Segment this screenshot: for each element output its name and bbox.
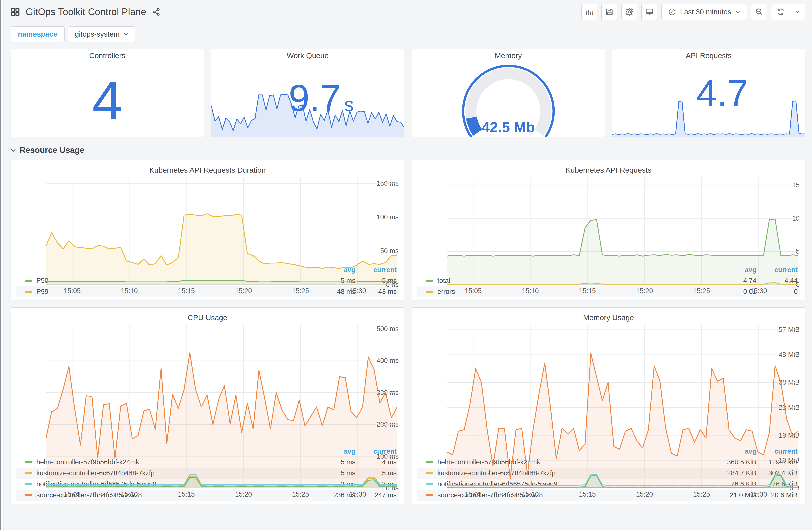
share-icon[interactable] bbox=[151, 8, 161, 16]
x-axis-tick-label: 15:15 bbox=[572, 287, 603, 295]
side-menu-edge bbox=[0, 0, 4, 530]
controllers-stat-value: 4 bbox=[92, 69, 122, 132]
legend-series-swatch bbox=[426, 291, 433, 293]
panel-controllers: Controllers 4 bbox=[11, 49, 204, 137]
x-axis-tick-label: 15:20 bbox=[629, 287, 659, 295]
chart-body: 0 B10 MiB19 MiB29 MiB38 MiB48 MiB57 MiB1… bbox=[417, 324, 800, 445]
dashboard-variables: namespace gitops-system bbox=[11, 27, 806, 42]
time-range-label: Last 30 minutes bbox=[680, 8, 731, 16]
add-panel-button[interactable] bbox=[581, 4, 597, 20]
cycle-view-mode-button[interactable] bbox=[641, 4, 657, 20]
legend-series-swatch bbox=[25, 494, 32, 496]
dashboard-toolbar: Last 30 minutes bbox=[581, 4, 806, 20]
clock-icon bbox=[668, 8, 676, 16]
x-axis-tick-label: 15:30 bbox=[744, 287, 774, 295]
x-axis-tick-label: 15:10 bbox=[114, 491, 144, 499]
panel-api-requests: API Requests 4.7 bbox=[612, 49, 806, 137]
x-axis-tick-label: 15:25 bbox=[687, 287, 717, 295]
chart-plot-area[interactable] bbox=[46, 177, 397, 285]
chevron-down-icon bbox=[736, 10, 740, 14]
x-axis-tick-label: 15:05 bbox=[458, 287, 488, 295]
panel-cpu-usage: CPU Usage 0 ns100 ms200 ms300 ms400 ms50… bbox=[11, 308, 405, 504]
x-axis-tick-label: 15:15 bbox=[171, 287, 201, 295]
legend-series-swatch bbox=[426, 461, 433, 463]
panel-title[interactable]: Memory Usage bbox=[417, 311, 800, 324]
dashboard-grid-icon[interactable] bbox=[11, 7, 20, 17]
memory-gauge-value: 42.5 Mb bbox=[448, 119, 568, 135]
row-header-resource-usage[interactable]: Resource Usage bbox=[11, 146, 806, 155]
panel-title[interactable]: Work Queue bbox=[212, 49, 405, 62]
variable-selected-value: gitops-system bbox=[75, 30, 119, 39]
panel-work-queue: Work Queue 9.7 s bbox=[211, 49, 405, 137]
panel-title[interactable]: API Requests bbox=[612, 49, 806, 62]
legend-series-swatch bbox=[25, 461, 32, 463]
refresh-dashboard-button[interactable] bbox=[771, 4, 790, 20]
zoom-out-time-button[interactable] bbox=[751, 4, 767, 20]
panel-title[interactable]: Controllers bbox=[11, 49, 204, 62]
legend-series-swatch bbox=[25, 280, 32, 282]
variable-value-namespace[interactable]: gitops-system bbox=[68, 27, 135, 42]
panel-k8s-api-requests: Kubernetes API Requests 05101515:0515:10… bbox=[411, 160, 806, 300]
x-axis-tick-label: 15:20 bbox=[228, 287, 258, 295]
legend-series-swatch bbox=[426, 483, 433, 485]
legend-series-swatch bbox=[25, 472, 32, 474]
panel-memory-usage: Memory Usage 0 B10 MiB19 MiB29 MiB38 MiB… bbox=[411, 308, 806, 504]
dashboard-page: GitOps Toolkit Control Plane bbox=[4, 0, 812, 530]
chart-body: 0 ns100 ms200 ms300 ms400 ms500 ms15:051… bbox=[16, 324, 399, 445]
panel-title[interactable]: Memory bbox=[412, 49, 605, 62]
refresh-interval-picker[interactable] bbox=[790, 4, 805, 20]
memory-gauge: 42.5 Mb bbox=[448, 64, 568, 137]
panel-k8s-api-requests-duration: Kubernetes API Requests Duration 0 ns50 … bbox=[11, 160, 405, 300]
time-range-picker[interactable]: Last 30 minutes bbox=[662, 4, 747, 20]
x-axis-tick-label: 15:05 bbox=[458, 491, 488, 499]
legend-series-swatch bbox=[25, 483, 32, 485]
work-queue-stat-value: 9.7 bbox=[289, 77, 341, 120]
x-axis-tick-label: 15:05 bbox=[57, 287, 87, 295]
chart-plot-area[interactable] bbox=[447, 324, 798, 488]
x-axis-tick-label: 15:15 bbox=[572, 491, 603, 499]
chevron-down-icon bbox=[124, 33, 128, 36]
legend-series-swatch bbox=[426, 280, 433, 282]
dashboard-title: GitOps Toolkit Control Plane bbox=[26, 7, 146, 17]
legend-series-swatch bbox=[426, 494, 433, 496]
x-axis-tick-label: 15:20 bbox=[629, 491, 659, 499]
x-axis: 15:0515:1015:1515:2015:2515:30 bbox=[46, 287, 397, 296]
x-axis-tick-label: 15:25 bbox=[286, 491, 316, 499]
x-axis: 15:0515:1015:1515:2015:2515:30 bbox=[447, 287, 798, 296]
x-axis: 15:0515:1015:1515:2015:2515:30 bbox=[46, 491, 397, 500]
panel-memory: Memory 42.5 Mb bbox=[411, 49, 605, 137]
panel-title[interactable]: CPU Usage bbox=[16, 311, 399, 324]
chevron-down-icon bbox=[11, 148, 16, 152]
legend-series-swatch bbox=[426, 472, 433, 474]
chart-plot-area[interactable] bbox=[46, 324, 397, 488]
x-axis-tick-label: 15:05 bbox=[57, 491, 87, 499]
stats-row: Controllers 4 Work Queue 9.7 s Memory 42… bbox=[11, 49, 806, 137]
work-queue-stat-unit: s bbox=[345, 94, 354, 116]
panel-title[interactable]: Kubernetes API Requests bbox=[417, 164, 800, 177]
x-axis-tick-label: 15:20 bbox=[228, 491, 258, 499]
x-axis: 15:0515:1015:1515:2015:2515:30 bbox=[447, 491, 798, 500]
x-axis-tick-label: 15:15 bbox=[171, 491, 201, 499]
save-dashboard-button[interactable] bbox=[601, 4, 618, 20]
x-axis-tick-label: 15:10 bbox=[515, 491, 545, 499]
x-axis-tick-label: 15:25 bbox=[286, 287, 316, 295]
x-axis-tick-label: 15:30 bbox=[343, 491, 373, 499]
chart-body: 0 ns50 ms100 ms150 ms15:0515:1015:1515:2… bbox=[16, 177, 399, 264]
x-axis-tick-label: 15:30 bbox=[744, 491, 774, 499]
row-header-label: Resource Usage bbox=[19, 146, 84, 155]
legend-series-swatch bbox=[25, 291, 32, 293]
x-axis-tick-label: 15:10 bbox=[114, 287, 144, 295]
charts-row-a: Kubernetes API Requests Duration 0 ns50 … bbox=[11, 160, 806, 300]
charts-row-b: CPU Usage 0 ns100 ms200 ms300 ms400 ms50… bbox=[11, 308, 806, 504]
chart-plot-area[interactable] bbox=[447, 177, 798, 285]
x-axis-tick-label: 15:10 bbox=[515, 287, 545, 295]
x-axis-tick-label: 15:25 bbox=[687, 491, 717, 499]
x-axis-tick-label: 15:30 bbox=[343, 287, 373, 295]
api-requests-stat-value: 4.7 bbox=[696, 72, 749, 115]
dashboard-settings-button[interactable] bbox=[621, 4, 637, 20]
variable-label-namespace: namespace bbox=[11, 27, 64, 42]
chart-body: 05101515:0515:1015:1515:2015:2515:30 bbox=[417, 177, 800, 264]
dashboard-header: GitOps Toolkit Control Plane bbox=[11, 0, 806, 24]
refresh-button-group bbox=[771, 4, 806, 20]
panel-title[interactable]: Kubernetes API Requests Duration bbox=[16, 164, 399, 177]
